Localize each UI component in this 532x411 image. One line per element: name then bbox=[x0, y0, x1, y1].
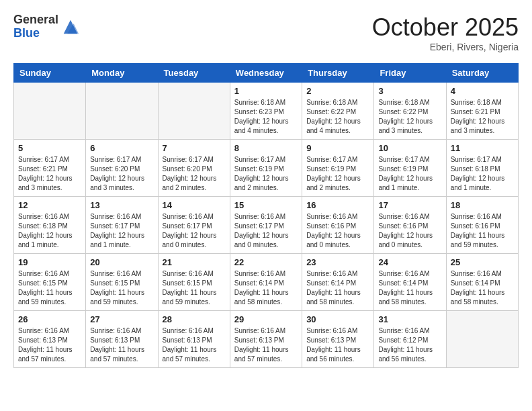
weekday-header-wednesday: Wednesday bbox=[230, 64, 302, 83]
calendar-cell: 3Sunrise: 6:18 AM Sunset: 6:22 PM Daylig… bbox=[374, 83, 446, 140]
calendar-week-3: 12Sunrise: 6:16 AM Sunset: 6:18 PM Dayli… bbox=[14, 197, 519, 254]
calendar-cell: 2Sunrise: 6:18 AM Sunset: 6:22 PM Daylig… bbox=[302, 83, 374, 140]
day-info: Sunrise: 6:17 AM Sunset: 6:19 PM Dayligh… bbox=[234, 155, 298, 193]
calendar-cell: 14Sunrise: 6:16 AM Sunset: 6:17 PM Dayli… bbox=[158, 197, 230, 254]
weekday-header-monday: Monday bbox=[86, 64, 158, 83]
calendar-cell: 23Sunrise: 6:16 AM Sunset: 6:14 PM Dayli… bbox=[302, 254, 374, 311]
day-info: Sunrise: 6:16 AM Sunset: 6:13 PM Dayligh… bbox=[306, 326, 369, 364]
logo-blue-text: Blue bbox=[13, 27, 58, 40]
calendar-cell: 10Sunrise: 6:17 AM Sunset: 6:19 PM Dayli… bbox=[374, 140, 446, 197]
day-number: 26 bbox=[18, 314, 81, 324]
calendar-cell: 31Sunrise: 6:16 AM Sunset: 6:12 PM Dayli… bbox=[374, 311, 446, 368]
calendar-cell: 27Sunrise: 6:16 AM Sunset: 6:13 PM Dayli… bbox=[86, 311, 158, 368]
calendar-cell: 1Sunrise: 6:18 AM Sunset: 6:23 PM Daylig… bbox=[230, 83, 302, 140]
day-info: Sunrise: 6:16 AM Sunset: 6:16 PM Dayligh… bbox=[451, 212, 514, 250]
day-info: Sunrise: 6:18 AM Sunset: 6:22 PM Dayligh… bbox=[306, 98, 369, 136]
day-info: Sunrise: 6:16 AM Sunset: 6:15 PM Dayligh… bbox=[163, 269, 226, 307]
weekday-header-saturday: Saturday bbox=[446, 64, 518, 83]
day-number: 19 bbox=[18, 257, 81, 267]
day-info: Sunrise: 6:16 AM Sunset: 6:14 PM Dayligh… bbox=[234, 269, 298, 307]
title-block: October 2025 Eberi, Rivers, Nigeria bbox=[372, 13, 519, 52]
day-number: 2 bbox=[306, 86, 369, 96]
day-number: 29 bbox=[234, 314, 298, 324]
day-info: Sunrise: 6:16 AM Sunset: 6:16 PM Dayligh… bbox=[306, 212, 369, 250]
day-number: 3 bbox=[378, 86, 441, 96]
calendar-cell: 4Sunrise: 6:18 AM Sunset: 6:21 PM Daylig… bbox=[446, 83, 518, 140]
logo-general-text: General bbox=[13, 13, 58, 27]
day-info: Sunrise: 6:18 AM Sunset: 6:21 PM Dayligh… bbox=[451, 98, 514, 136]
calendar-cell bbox=[14, 83, 86, 140]
day-number: 31 bbox=[378, 314, 441, 324]
day-number: 15 bbox=[234, 200, 298, 210]
calendar-body: 1Sunrise: 6:18 AM Sunset: 6:23 PM Daylig… bbox=[14, 83, 519, 368]
calendar-cell: 24Sunrise: 6:16 AM Sunset: 6:14 PM Dayli… bbox=[374, 254, 446, 311]
day-number: 24 bbox=[378, 257, 441, 267]
weekday-header-thursday: Thursday bbox=[302, 64, 374, 83]
day-info: Sunrise: 6:17 AM Sunset: 6:19 PM Dayligh… bbox=[306, 155, 369, 193]
day-info: Sunrise: 6:17 AM Sunset: 6:21 PM Dayligh… bbox=[18, 155, 81, 193]
calendar-cell bbox=[158, 83, 230, 140]
calendar-cell: 6Sunrise: 6:17 AM Sunset: 6:20 PM Daylig… bbox=[86, 140, 158, 197]
day-number: 10 bbox=[378, 143, 441, 153]
day-number: 7 bbox=[163, 143, 226, 153]
day-number: 17 bbox=[378, 200, 441, 210]
calendar-week-5: 26Sunrise: 6:16 AM Sunset: 6:13 PM Dayli… bbox=[14, 311, 519, 368]
calendar-cell: 29Sunrise: 6:16 AM Sunset: 6:13 PM Dayli… bbox=[230, 311, 302, 368]
day-info: Sunrise: 6:16 AM Sunset: 6:17 PM Dayligh… bbox=[90, 212, 153, 250]
day-number: 30 bbox=[306, 314, 369, 324]
day-info: Sunrise: 6:16 AM Sunset: 6:15 PM Dayligh… bbox=[90, 269, 153, 307]
day-number: 21 bbox=[163, 257, 226, 267]
calendar-week-2: 5Sunrise: 6:17 AM Sunset: 6:21 PM Daylig… bbox=[14, 140, 519, 197]
calendar-cell: 26Sunrise: 6:16 AM Sunset: 6:13 PM Dayli… bbox=[14, 311, 86, 368]
month-title: October 2025 bbox=[372, 13, 519, 42]
day-number: 18 bbox=[451, 200, 514, 210]
logo-icon bbox=[61, 17, 80, 36]
day-info: Sunrise: 6:18 AM Sunset: 6:23 PM Dayligh… bbox=[234, 98, 298, 136]
calendar-cell: 28Sunrise: 6:16 AM Sunset: 6:13 PM Dayli… bbox=[158, 311, 230, 368]
calendar-cell: 20Sunrise: 6:16 AM Sunset: 6:15 PM Dayli… bbox=[86, 254, 158, 311]
day-info: Sunrise: 6:16 AM Sunset: 6:14 PM Dayligh… bbox=[378, 269, 441, 307]
calendar-cell: 30Sunrise: 6:16 AM Sunset: 6:13 PM Dayli… bbox=[302, 311, 374, 368]
calendar-cell: 9Sunrise: 6:17 AM Sunset: 6:19 PM Daylig… bbox=[302, 140, 374, 197]
calendar-cell: 22Sunrise: 6:16 AM Sunset: 6:14 PM Dayli… bbox=[230, 254, 302, 311]
day-number: 1 bbox=[234, 86, 298, 96]
calendar-cell: 18Sunrise: 6:16 AM Sunset: 6:16 PM Dayli… bbox=[446, 197, 518, 254]
calendar-table: SundayMondayTuesdayWednesdayThursdayFrid… bbox=[13, 63, 519, 368]
day-info: Sunrise: 6:16 AM Sunset: 6:12 PM Dayligh… bbox=[378, 326, 441, 364]
day-info: Sunrise: 6:16 AM Sunset: 6:17 PM Dayligh… bbox=[163, 212, 226, 250]
calendar-cell: 12Sunrise: 6:16 AM Sunset: 6:18 PM Dayli… bbox=[14, 197, 86, 254]
calendar-cell: 11Sunrise: 6:17 AM Sunset: 6:18 PM Dayli… bbox=[446, 140, 518, 197]
weekday-header-tuesday: Tuesday bbox=[158, 64, 230, 83]
day-number: 12 bbox=[18, 200, 81, 210]
day-number: 28 bbox=[163, 314, 226, 324]
location-subtitle: Eberi, Rivers, Nigeria bbox=[372, 42, 519, 52]
day-info: Sunrise: 6:16 AM Sunset: 6:13 PM Dayligh… bbox=[234, 326, 298, 364]
calendar-cell bbox=[86, 83, 158, 140]
day-number: 4 bbox=[451, 86, 514, 96]
calendar-cell bbox=[446, 311, 518, 368]
day-info: Sunrise: 6:16 AM Sunset: 6:13 PM Dayligh… bbox=[163, 326, 226, 364]
day-info: Sunrise: 6:17 AM Sunset: 6:18 PM Dayligh… bbox=[451, 155, 514, 193]
calendar-cell: 7Sunrise: 6:17 AM Sunset: 6:20 PM Daylig… bbox=[158, 140, 230, 197]
day-info: Sunrise: 6:16 AM Sunset: 6:16 PM Dayligh… bbox=[378, 212, 441, 250]
day-info: Sunrise: 6:17 AM Sunset: 6:20 PM Dayligh… bbox=[163, 155, 226, 193]
day-info: Sunrise: 6:16 AM Sunset: 6:14 PM Dayligh… bbox=[451, 269, 514, 307]
day-info: Sunrise: 6:16 AM Sunset: 6:14 PM Dayligh… bbox=[306, 269, 369, 307]
day-number: 6 bbox=[90, 143, 153, 153]
day-number: 27 bbox=[90, 314, 153, 324]
day-info: Sunrise: 6:18 AM Sunset: 6:22 PM Dayligh… bbox=[378, 98, 441, 136]
day-number: 8 bbox=[234, 143, 298, 153]
day-info: Sunrise: 6:16 AM Sunset: 6:13 PM Dayligh… bbox=[90, 326, 153, 364]
day-number: 25 bbox=[451, 257, 514, 267]
day-number: 9 bbox=[306, 143, 369, 153]
day-info: Sunrise: 6:17 AM Sunset: 6:19 PM Dayligh… bbox=[378, 155, 441, 193]
logo: General Blue bbox=[13, 13, 80, 40]
day-number: 11 bbox=[451, 143, 514, 153]
day-number: 5 bbox=[18, 143, 81, 153]
day-info: Sunrise: 6:16 AM Sunset: 6:18 PM Dayligh… bbox=[18, 212, 81, 250]
day-number: 14 bbox=[163, 200, 226, 210]
calendar-cell: 5Sunrise: 6:17 AM Sunset: 6:21 PM Daylig… bbox=[14, 140, 86, 197]
calendar-cell: 17Sunrise: 6:16 AM Sunset: 6:16 PM Dayli… bbox=[374, 197, 446, 254]
calendar-cell: 21Sunrise: 6:16 AM Sunset: 6:15 PM Dayli… bbox=[158, 254, 230, 311]
calendar-cell: 15Sunrise: 6:16 AM Sunset: 6:17 PM Dayli… bbox=[230, 197, 302, 254]
